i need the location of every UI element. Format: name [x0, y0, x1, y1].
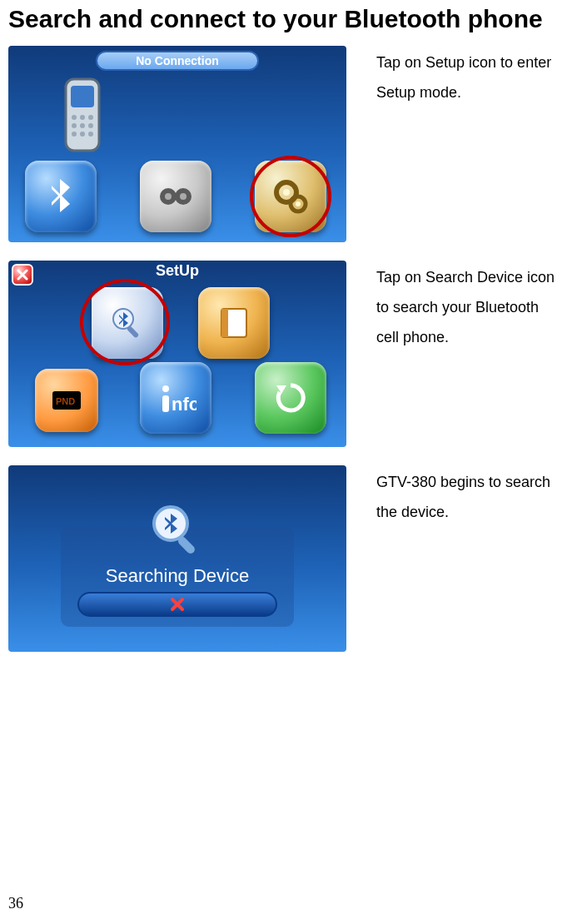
step-row-2: SetUp PND nfo. Tap on Search Device icon… — [8, 261, 559, 447]
svg-point-5 — [72, 123, 77, 128]
svg-point-6 — [80, 123, 85, 128]
dialog-title: Searching Device — [106, 565, 249, 587]
svg-rect-1 — [71, 86, 94, 107]
phone-illustration — [47, 79, 118, 151]
svg-point-14 — [180, 193, 187, 200]
step-caption-1: Tap on Setup icon to enter Setup mode. — [376, 46, 559, 107]
screenshot-no-connection: No Connection — [8, 46, 346, 242]
svg-rect-26 — [162, 395, 169, 412]
svg-point-25 — [162, 385, 169, 392]
svg-point-7 — [88, 123, 93, 128]
svg-point-13 — [165, 193, 172, 200]
pnd-icon[interactable]: PND — [35, 369, 98, 432]
screenshot-setup: SetUp PND nfo. — [8, 261, 346, 447]
step-row-1: No Connection T — [8, 46, 559, 242]
step-caption-2: Tap on Search Device icon to search your… — [376, 261, 559, 352]
step-row-3: Searching Device GTV-380 begins to searc… — [8, 465, 559, 652]
svg-point-8 — [72, 132, 77, 137]
close-icon[interactable] — [12, 264, 33, 286]
magnifier-icon — [144, 497, 211, 564]
screenshot-searching: Searching Device — [8, 465, 346, 652]
svg-point-3 — [80, 115, 85, 120]
svg-text:nfo.: nfo. — [172, 394, 196, 415]
page-title: Search and connect to your Bluetooth pho… — [8, 5, 559, 34]
svg-point-4 — [88, 115, 93, 120]
svg-rect-22 — [221, 309, 228, 337]
svg-point-10 — [88, 132, 93, 137]
info-icon[interactable]: nfo. — [140, 362, 211, 434]
status-bar: No Connection — [96, 51, 259, 71]
refresh-icon[interactable] — [255, 362, 326, 434]
highlight-circle — [250, 156, 331, 237]
svg-point-9 — [80, 132, 85, 137]
svg-point-2 — [72, 115, 77, 120]
step-caption-3: GTV-380 begins to search the device. — [376, 465, 559, 527]
highlight-circle — [80, 279, 170, 365]
bluetooth-icon[interactable] — [25, 161, 97, 232]
cancel-search-button[interactable] — [77, 592, 277, 617]
svg-rect-29 — [177, 535, 196, 555]
svg-text:PND: PND — [56, 396, 75, 406]
searching-dialog: Searching Device — [61, 527, 294, 627]
page-number: 36 — [8, 895, 23, 912]
speakers-icon[interactable] — [140, 161, 211, 232]
setup-title: SetUp — [156, 262, 199, 280]
phonebook-icon[interactable] — [198, 287, 270, 359]
